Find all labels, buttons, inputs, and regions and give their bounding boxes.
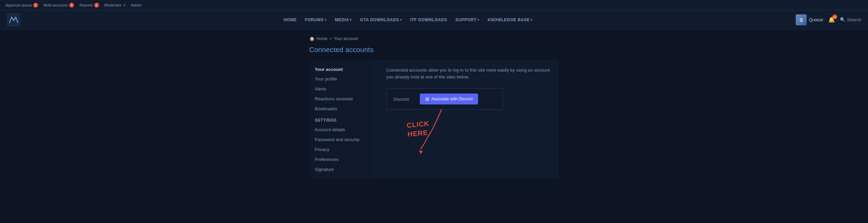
associate-button-label: Associate with Discord <box>431 97 473 101</box>
nav-support[interactable]: SUPPORT ▾ <box>452 15 483 24</box>
avatar: Q <box>796 14 807 25</box>
multi-accounts-label: Multi-accounts <box>44 3 68 7</box>
breadcrumb-home-link[interactable]: Home <box>317 36 328 41</box>
arrow-annotation-svg <box>387 106 476 154</box>
search-button[interactable]: 🔍 Search <box>840 17 861 22</box>
sidebar-item-preferences[interactable]: Preferences <box>309 154 373 164</box>
sidebar-item-privacy[interactable]: Privacy <box>309 145 373 154</box>
support-arrow-icon: ▾ <box>477 18 479 22</box>
click-here-annotation: CLICK HERE <box>406 119 430 139</box>
nav-media[interactable]: MEDIA ▾ <box>331 15 355 24</box>
nav-links: HOME FORUMS ▾ MEDIA ▾ GTA DOWNLOADS ▾ IT… <box>21 15 796 24</box>
breadcrumb: 🏠 Home > Your account <box>309 36 559 41</box>
sidebar: Your account Your profile Alerts Reactio… <box>309 60 373 178</box>
admin-label: Admin <box>131 3 142 7</box>
sidebar-account-section-title[interactable]: Your account <box>309 63 373 74</box>
sidebar-item-signature[interactable]: Signature <box>309 164 373 174</box>
media-arrow-icon: ▾ <box>350 18 352 22</box>
forums-arrow-icon: ▾ <box>325 18 327 22</box>
sidebar-settings-label: Settings <box>309 114 373 125</box>
reports-label: Reports <box>80 3 93 7</box>
main-nav: HOME FORUMS ▾ MEDIA ▾ GTA DOWNLOADS ▾ IT… <box>0 10 868 29</box>
admin-bar: Approval queue 1 Multi-accounts 1 Report… <box>0 0 868 10</box>
user-menu[interactable]: Q Quasar <box>796 14 823 25</box>
admin-bar-multi-accounts[interactable]: Multi-accounts 1 <box>44 3 74 8</box>
discord-label: Discord: <box>394 97 414 102</box>
panel-wrapper: Discord: ⊞ Associate with Discord CLICK <box>387 88 551 158</box>
admin-bar-moderator[interactable]: Moderator ▾ <box>105 3 125 7</box>
approval-label: Approval queue <box>5 3 32 7</box>
main-layout: Your account Your profile Alerts Reactio… <box>309 60 559 178</box>
nav-itf-downloads[interactable]: ITF DOWNLOADS <box>407 15 451 24</box>
admin-bar-admin[interactable]: Admin <box>131 3 142 7</box>
main-panel: Connected accounts allow you to log in t… <box>378 60 559 178</box>
nav-right: Q Quasar 🔔 42 🔍 Search <box>796 14 861 25</box>
annotation-area: CLICK HERE <box>387 110 551 158</box>
notifications[interactable]: 🔔 42 <box>828 16 835 23</box>
discord-icon: ⊞ <box>425 96 429 102</box>
breadcrumb-home-icon: 🏠 <box>309 36 315 41</box>
reports-badge: 1 <box>94 3 99 8</box>
search-label: Search <box>847 17 861 22</box>
search-icon: 🔍 <box>840 17 845 22</box>
svg-marker-1 <box>419 151 423 154</box>
breadcrumb-sep: > <box>330 36 332 41</box>
admin-bar-approval[interactable]: Approval queue 1 <box>5 3 38 8</box>
nav-gta-downloads[interactable]: GTA DOWNLOADS ▾ <box>357 15 405 24</box>
connected-accounts-description: Connected accounts allow you to log in t… <box>387 67 551 80</box>
kb-arrow-icon: ▾ <box>531 18 533 22</box>
nav-forums[interactable]: FORUMS ▾ <box>302 15 330 24</box>
associate-discord-button[interactable]: ⊞ Associate with Discord <box>420 94 478 104</box>
breadcrumb-current: Your account <box>334 36 358 41</box>
page-title: Connected accounts <box>309 46 559 54</box>
gta-arrow-icon: ▾ <box>400 18 402 22</box>
notification-badge: 42 <box>832 14 837 19</box>
sidebar-item-alerts[interactable]: Alerts <box>309 84 373 94</box>
sidebar-item-password-security[interactable]: Password and security <box>309 135 373 145</box>
sidebar-item-your-profile[interactable]: Your profile <box>309 74 373 84</box>
sidebar-item-bookmarks[interactable]: Bookmarks <box>309 104 373 114</box>
nav-home[interactable]: HOME <box>280 15 300 24</box>
logo[interactable] <box>7 13 21 27</box>
username: Quasar <box>809 17 823 22</box>
moderator-arrow-icon: ▾ <box>124 3 125 7</box>
nav-knowledge-base[interactable]: KNOWLEDGE BASE ▾ <box>484 15 536 24</box>
logo-icon <box>7 13 21 27</box>
admin-bar-reports[interactable]: Reports 1 <box>80 3 99 8</box>
content-area: 🏠 Home > Your account Connected accounts… <box>304 29 564 185</box>
moderator-label: Moderator <box>105 3 122 7</box>
approval-badge: 1 <box>33 3 38 8</box>
sidebar-item-reactions-received[interactable]: Reactions received <box>309 94 373 104</box>
sidebar-item-account-details[interactable]: Account details <box>309 125 373 135</box>
multi-accounts-badge: 1 <box>69 3 74 8</box>
